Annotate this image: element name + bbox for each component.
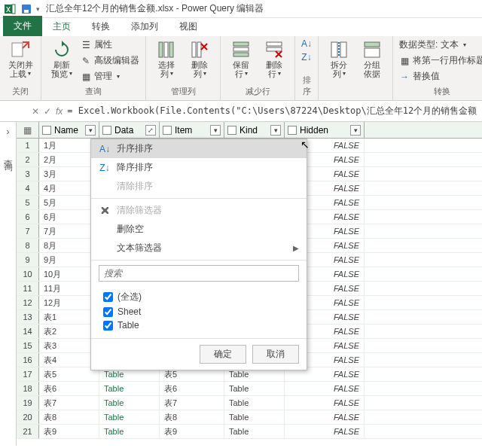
cell-kind[interactable]: Table xyxy=(224,396,285,410)
row-number[interactable]: 6 xyxy=(17,210,39,224)
remove-rows-button[interactable]: 删除行▾ xyxy=(258,38,290,80)
cell-hidden[interactable]: FALSE xyxy=(285,382,365,395)
cell-data[interactable]: Table xyxy=(99,410,160,424)
sort-ascending-item[interactable]: A↓升序排序 xyxy=(91,139,307,158)
filter-check-select-all[interactable]: (全选) xyxy=(103,289,294,305)
col-header-data[interactable]: Data⤢ xyxy=(99,122,160,138)
keep-rows-button[interactable]: 保留行▾ xyxy=(225,38,257,80)
row-number[interactable]: 16 xyxy=(17,353,39,367)
cell-item[interactable]: 表6 xyxy=(160,382,224,395)
manage-button[interactable]: ▦管理▾ xyxy=(79,69,141,84)
cancel-button[interactable]: 取消 xyxy=(252,345,299,364)
formula-commit-icon[interactable]: ✓ xyxy=(44,106,51,117)
cell-name[interactable]: 表6 xyxy=(39,382,99,395)
remove-columns-button[interactable]: 删除列▾ xyxy=(184,38,215,80)
cell-name[interactable]: 表8 xyxy=(39,410,99,424)
cell-item[interactable]: 表7 xyxy=(160,396,224,410)
col-header-hidden[interactable]: Hidden▾ xyxy=(285,122,365,138)
replace-values-button[interactable]: →替换值 xyxy=(398,69,482,84)
row-number[interactable]: 1 xyxy=(17,139,39,152)
sort-asc-button[interactable]: A↓ xyxy=(300,38,313,50)
formula-input[interactable] xyxy=(67,106,479,117)
fx-icon[interactable]: fx xyxy=(56,106,63,117)
tab-home[interactable]: 主页 xyxy=(42,17,81,36)
close-load-button[interactable]: 关闭并上载▾ xyxy=(5,38,36,80)
cell-item[interactable]: 表9 xyxy=(160,425,224,438)
qat-dropdown-icon[interactable]: ▾ xyxy=(36,5,40,13)
filter-dropdown-icon[interactable]: ▾ xyxy=(270,125,281,136)
row-number[interactable]: 9 xyxy=(17,253,39,267)
filter-search-input[interactable] xyxy=(99,265,299,282)
cell-hidden[interactable]: FALSE xyxy=(285,396,365,410)
remove-empty-item[interactable]: 删除空 xyxy=(91,220,307,239)
tab-view[interactable]: 视图 xyxy=(169,17,208,36)
tab-addcolumn[interactable]: 添加列 xyxy=(120,17,169,36)
cell-data[interactable]: Table xyxy=(99,396,160,410)
col-header-name[interactable]: Name▾ xyxy=(39,122,99,138)
groupby-button[interactable]: 分组依据 xyxy=(356,38,388,80)
row-number[interactable]: 5 xyxy=(17,196,39,209)
editor-icon: ✎ xyxy=(81,56,91,66)
tab-transform[interactable]: 转换 xyxy=(81,17,120,36)
filter-check-table[interactable]: Table xyxy=(103,318,294,332)
row-number[interactable]: 18 xyxy=(17,382,39,395)
properties-button[interactable]: ☰属性 xyxy=(79,38,141,52)
save-icon[interactable] xyxy=(20,2,33,16)
cell-kind[interactable]: Table xyxy=(224,425,285,438)
cell-name[interactable]: 表7 xyxy=(39,396,99,410)
row-number[interactable]: 8 xyxy=(17,239,39,252)
cell-name[interactable]: 表9 xyxy=(39,425,99,438)
datatype-button[interactable]: 数据类型: 文本▾ xyxy=(398,38,482,52)
col-header-kind[interactable]: Kind▾ xyxy=(224,122,285,138)
advanced-editor-button[interactable]: ✎高级编辑器 xyxy=(79,53,141,68)
row-number[interactable]: 10 xyxy=(17,267,39,281)
row-number[interactable]: 2 xyxy=(17,153,39,166)
queries-label: 查询 xyxy=(2,152,14,158)
row-number[interactable]: 21 xyxy=(17,425,39,438)
cell-hidden[interactable]: FALSE xyxy=(285,425,365,438)
filter-dropdown-icon[interactable]: ▾ xyxy=(85,125,96,136)
row-number[interactable]: 11 xyxy=(17,282,39,295)
cell-data[interactable]: Table xyxy=(99,382,160,395)
table-row[interactable]: 18表6Table表6TableFALSE xyxy=(17,382,482,396)
row-number[interactable]: 15 xyxy=(17,339,39,352)
col-header-item[interactable]: Item▾ xyxy=(160,122,224,138)
row-number[interactable]: 14 xyxy=(17,325,39,338)
table-row[interactable]: 20表8Table表8TableFALSE xyxy=(17,410,482,425)
filter-dropdown-icon[interactable]: ▾ xyxy=(210,125,221,136)
row-number[interactable]: 13 xyxy=(17,310,39,324)
row-corner[interactable]: ▦ xyxy=(17,122,39,138)
table-row[interactable]: 21表9Table表9TableFALSE xyxy=(17,425,482,439)
row-number[interactable]: 4 xyxy=(17,181,39,195)
sort-descending-item[interactable]: Z↓降序排序 xyxy=(91,158,307,177)
filter-dropdown-icon[interactable]: ▾ xyxy=(350,125,361,136)
ok-button[interactable]: 确定 xyxy=(200,345,246,364)
text-filters-item[interactable]: 文本筛选器▶ xyxy=(91,239,307,258)
row-number[interactable]: 20 xyxy=(17,410,39,424)
refresh-preview-button[interactable]: 刷新预览▾ xyxy=(46,38,78,80)
row-number[interactable]: 3 xyxy=(17,167,39,181)
expand-queries-icon[interactable]: › xyxy=(7,126,10,137)
first-row-header-button[interactable]: ▦将第一行用作标题▾ xyxy=(398,53,482,68)
cell-data[interactable]: Table xyxy=(99,425,160,438)
choose-columns-button[interactable]: 选择列▾ xyxy=(151,38,182,80)
split-column-button[interactable]: 拆分列▾ xyxy=(323,38,355,80)
formula-cancel-icon[interactable]: ✕ xyxy=(32,106,39,117)
cell-kind[interactable]: Table xyxy=(224,382,285,395)
ribbon-tabs: 文件 主页 转换 添加列 视图 xyxy=(0,18,482,36)
table-row[interactable]: 19表7Table表7TableFALSE xyxy=(17,396,482,410)
type-text-icon xyxy=(42,126,51,135)
row-number[interactable]: 19 xyxy=(17,396,39,410)
cell-item[interactable]: 表8 xyxy=(160,410,224,424)
cell-kind[interactable]: Table xyxy=(224,410,285,424)
row-number[interactable]: 12 xyxy=(17,296,39,309)
cell-hidden[interactable]: FALSE xyxy=(285,410,365,424)
tab-file[interactable]: 文件 xyxy=(3,16,42,36)
svg-rect-16 xyxy=(331,42,337,57)
row-number[interactable]: 17 xyxy=(17,367,39,381)
sort-desc-button[interactable]: Z↓ xyxy=(300,51,313,63)
expand-dropdown-icon[interactable]: ⤢ xyxy=(145,125,156,136)
row-number[interactable]: 7 xyxy=(17,224,39,238)
filter-check-sheet[interactable]: Sheet xyxy=(103,305,294,318)
type-text-icon xyxy=(227,126,236,135)
